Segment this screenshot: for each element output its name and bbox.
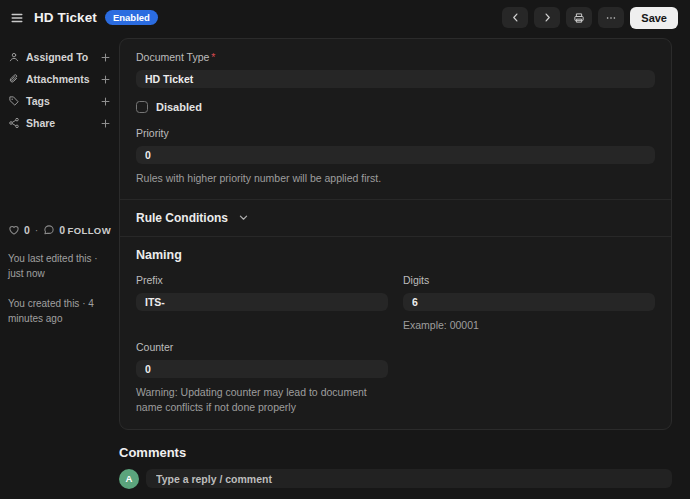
save-button[interactable]: Save (630, 7, 678, 29)
next-document-button[interactable] (534, 7, 560, 28)
sidebar-item-label: Tags (26, 95, 50, 107)
paperclip-icon (8, 73, 20, 85)
printer-icon (573, 12, 585, 24)
reactions-row: 0 · 0 FOLLOW (8, 224, 111, 236)
follow-button[interactable]: FOLLOW (67, 225, 111, 236)
sidebar-item-tags[interactable]: Tags (8, 90, 111, 112)
add-share-button[interactable] (100, 118, 111, 129)
rule-conditions-toggle[interactable]: Rule Conditions (136, 200, 655, 236)
likes-count[interactable]: 0 (24, 224, 30, 236)
topbar: HD Ticket Enabled Save (0, 0, 690, 35)
created-note: You created this · 4 minutes ago (8, 297, 111, 326)
rule-conditions-title: Rule Conditions (136, 211, 228, 225)
chevron-down-icon (238, 212, 249, 223)
sidebar-item-attachments[interactable]: Attachments (8, 68, 111, 90)
counter-field: Counter Warning: Updating counter may le… (136, 341, 388, 414)
document-type-input[interactable] (136, 70, 655, 88)
counter-warning-text: Warning: Updating counter may lead to do… (136, 385, 388, 414)
section-divider-2 (120, 236, 671, 237)
digits-label: Digits (403, 274, 655, 286)
form-card: Document Type* Disabled Priority Rules w… (119, 38, 672, 430)
priority-input[interactable] (136, 146, 655, 164)
sidebar-item-assigned-to[interactable]: Assigned To (8, 46, 111, 68)
prev-document-button[interactable] (502, 7, 528, 28)
comment-bubble-icon[interactable] (43, 224, 55, 236)
tag-icon (8, 95, 20, 107)
user-avatar: A (119, 469, 139, 489)
prefix-label: Prefix (136, 274, 388, 286)
heart-icon[interactable] (8, 224, 20, 236)
main-content: Document Type* Disabled Priority Rules w… (119, 38, 672, 499)
sidebar-toggle-icon[interactable] (10, 11, 24, 25)
last-edited-note: You last edited this · just now (8, 252, 111, 281)
add-assigned-to-button[interactable] (100, 52, 111, 63)
document-type-field: Document Type* (136, 51, 655, 88)
sidebar-item-label: Assigned To (26, 51, 88, 63)
digits-field: Digits Example: 00001 (403, 274, 655, 333)
share-icon (8, 117, 20, 129)
chevron-right-icon (542, 12, 553, 23)
priority-label: Priority (136, 127, 655, 139)
sidebar-sections: Assigned ToAttachmentsTagsShare (8, 46, 111, 134)
chevron-left-icon (510, 12, 521, 23)
count-separator: · (35, 224, 39, 236)
disabled-checkbox-label: Disabled (156, 101, 202, 113)
document-type-label: Document Type* (136, 51, 655, 63)
topbar-actions: Save (502, 7, 678, 29)
digits-input[interactable] (403, 293, 655, 311)
disabled-checkbox-row[interactable]: Disabled (136, 101, 655, 113)
add-attachments-button[interactable] (100, 74, 111, 85)
comment-row: A (119, 469, 672, 489)
priority-field: Priority Rules with higher priority numb… (136, 127, 655, 186)
sidebar: Assigned ToAttachmentsTagsShare 0 · 0 FO… (8, 38, 111, 499)
assign-icon (8, 51, 20, 63)
counter-label: Counter (136, 341, 388, 353)
comments-count[interactable]: 0 (59, 224, 65, 236)
counter-input[interactable] (136, 360, 388, 378)
counter-grid: Counter Warning: Updating counter may le… (136, 341, 655, 416)
disabled-checkbox[interactable] (136, 101, 148, 113)
naming-grid: Prefix Digits Example: 00001 (136, 274, 655, 342)
page-title: HD Ticket (34, 10, 97, 25)
prefix-field: Prefix (136, 274, 388, 333)
sidebar-item-label: Share (26, 117, 55, 129)
comment-input[interactable] (146, 469, 672, 488)
digits-example-text: Example: 00001 (403, 318, 655, 333)
more-menu-button[interactable] (598, 7, 624, 28)
page-body: Assigned ToAttachmentsTagsShare 0 · 0 FO… (0, 35, 690, 499)
ellipsis-icon (605, 12, 617, 24)
naming-section-heading: Naming (136, 248, 655, 262)
prefix-input[interactable] (136, 293, 388, 311)
comments-heading: Comments (119, 445, 672, 460)
sidebar-item-label: Attachments (26, 73, 90, 85)
priority-help-text: Rules with higher priority number will b… (136, 171, 655, 186)
sidebar-item-share[interactable]: Share (8, 112, 111, 134)
required-mark: * (211, 51, 215, 63)
print-button[interactable] (566, 7, 592, 28)
status-badge: Enabled (105, 10, 158, 25)
add-tags-button[interactable] (100, 96, 111, 107)
